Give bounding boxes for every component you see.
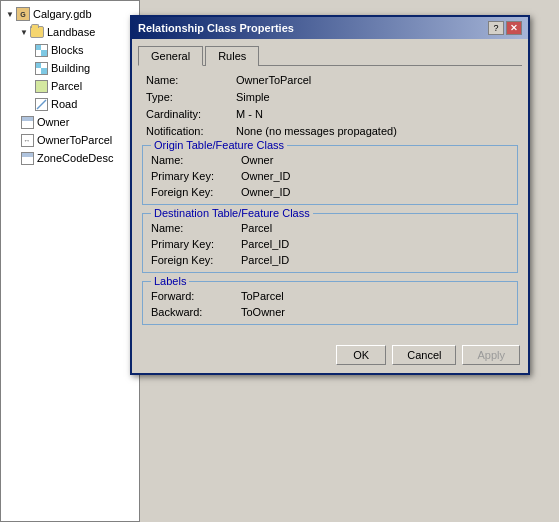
help-button[interactable]: ? [488, 21, 504, 35]
dest-pk-value: Parcel_ID [241, 238, 289, 250]
tree-label: Road [51, 98, 77, 110]
name-label: Name: [146, 74, 236, 86]
notification-row: Notification: None (no messages propagat… [138, 125, 522, 137]
forward-value: ToParcel [241, 290, 284, 302]
table-icon [19, 114, 35, 130]
folder-icon [29, 24, 45, 40]
type-value: Simple [236, 91, 270, 103]
tab-rules[interactable]: Rules [205, 46, 259, 66]
name-row: Name: OwnerToParcel [138, 74, 522, 86]
dest-name-value: Parcel [241, 222, 272, 234]
origin-pk-label: Primary Key: [151, 170, 241, 182]
type-label: Type: [146, 91, 236, 103]
tree-label: OwnerToParcel [37, 134, 112, 146]
dialog-title: Relationship Class Properties [138, 22, 294, 34]
dest-name-row: Name: Parcel [151, 222, 509, 234]
tree-item-ownertoparcel[interactable]: ↔ OwnerToParcel [5, 131, 135, 149]
tree-item-landbase[interactable]: ▼ Landbase [5, 23, 135, 41]
origin-fk-label: Foreign Key: [151, 186, 241, 198]
dest-fk-label: Foreign Key: [151, 254, 241, 266]
tab-bar: General Rules [138, 45, 522, 66]
rel-icon: ↔ [19, 132, 35, 148]
tree-label: Owner [37, 116, 69, 128]
tree-label: ZoneCodeDesc [37, 152, 113, 164]
dest-fk-value: Parcel_ID [241, 254, 289, 266]
origin-name-row: Name: Owner [151, 154, 509, 166]
table-icon [19, 150, 35, 166]
tree-item-owner[interactable]: Owner [5, 113, 135, 131]
tree-item-zonecodedesc[interactable]: ZoneCodeDesc [5, 149, 135, 167]
tree-label: Landbase [47, 26, 95, 38]
forward-label: Forward: [151, 290, 241, 302]
dest-pk-label: Primary Key: [151, 238, 241, 250]
tree-label: Blocks [51, 44, 83, 56]
tree-label: Calgary.gdb [33, 8, 92, 20]
backward-row: Backward: ToOwner [151, 306, 509, 318]
cardinality-value: M - N [236, 108, 263, 120]
ok-button[interactable]: OK [336, 345, 386, 365]
origin-fk-row: Foreign Key: Owner_ID [151, 186, 509, 198]
origin-name-value: Owner [241, 154, 273, 166]
cardinality-label: Cardinality: [146, 108, 236, 120]
notification-label: Notification: [146, 125, 236, 137]
tab-general[interactable]: General [138, 46, 203, 66]
origin-pk-row: Primary Key: Owner_ID [151, 170, 509, 182]
fc-line-icon [33, 96, 49, 112]
fc-icon [33, 42, 49, 58]
cancel-button[interactable]: Cancel [392, 345, 456, 365]
gdb-icon: G [15, 6, 31, 22]
forward-row: Forward: ToParcel [151, 290, 509, 302]
svg-line-0 [37, 100, 46, 109]
tree-panel: ▼ G Calgary.gdb ▼ Landbase Blocks Buildi… [0, 0, 140, 522]
fc-icon [33, 60, 49, 76]
relationship-class-dialog: Relationship Class Properties ? ✕ Genera… [130, 15, 530, 375]
destination-section-label: Destination Table/Feature Class [151, 207, 313, 219]
close-button[interactable]: ✕ [506, 21, 522, 35]
dialog-controls: ? ✕ [488, 21, 522, 35]
dest-name-label: Name: [151, 222, 241, 234]
dialog-titlebar: Relationship Class Properties ? ✕ [132, 17, 528, 39]
dialog-content: General Rules Name: OwnerToParcel Type: … [132, 39, 528, 339]
tree-label: Building [51, 62, 90, 74]
tree-item-road[interactable]: Road [5, 95, 135, 113]
tree-item-calgary-gdb[interactable]: ▼ G Calgary.gdb [5, 5, 135, 23]
labels-section-label: Labels [151, 275, 189, 287]
dialog-footer: OK Cancel Apply [132, 339, 528, 373]
tree-label: Parcel [51, 80, 82, 92]
name-value: OwnerToParcel [236, 74, 311, 86]
tree-item-building[interactable]: Building [5, 59, 135, 77]
dest-pk-row: Primary Key: Parcel_ID [151, 238, 509, 250]
labels-section: Labels Forward: ToParcel Backward: ToOwn… [142, 281, 518, 325]
notification-value: None (no messages propagated) [236, 125, 397, 137]
dest-fk-row: Foreign Key: Parcel_ID [151, 254, 509, 266]
backward-label: Backward: [151, 306, 241, 318]
destination-section: Destination Table/Feature Class Name: Pa… [142, 213, 518, 273]
tree-item-blocks[interactable]: Blocks [5, 41, 135, 59]
apply-button[interactable]: Apply [462, 345, 520, 365]
origin-section: Origin Table/Feature Class Name: Owner P… [142, 145, 518, 205]
type-row: Type: Simple [138, 91, 522, 103]
tree-item-parcel[interactable]: Parcel [5, 77, 135, 95]
origin-fk-value: Owner_ID [241, 186, 291, 198]
origin-name-label: Name: [151, 154, 241, 166]
origin-section-label: Origin Table/Feature Class [151, 139, 287, 151]
expand-arrow: ▼ [5, 9, 15, 19]
fc-poly-icon [33, 78, 49, 94]
origin-pk-value: Owner_ID [241, 170, 291, 182]
expand-arrow: ▼ [19, 27, 29, 37]
backward-value: ToOwner [241, 306, 285, 318]
cardinality-row: Cardinality: M - N [138, 108, 522, 120]
